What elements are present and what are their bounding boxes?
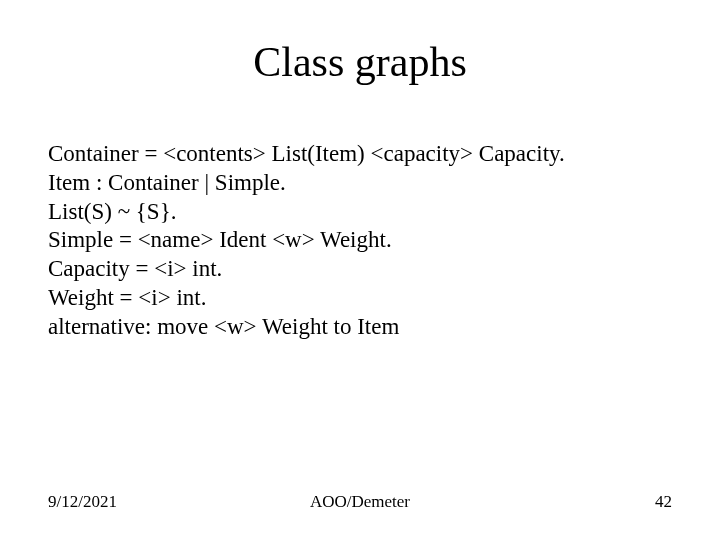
slide: Class graphs Container = <contents> List… [0, 0, 720, 540]
slide-footer: 9/12/2021 AOO/Demeter 42 [48, 492, 672, 512]
footer-center: AOO/Demeter [48, 492, 672, 512]
grammar-line-1: Container = <contents> List(Item) <capac… [48, 140, 672, 169]
alternative-note: alternative: move <w> Weight to Item [48, 313, 672, 342]
slide-title: Class graphs [0, 38, 720, 86]
slide-body: Container = <contents> List(Item) <capac… [48, 140, 672, 341]
footer-date: 9/12/2021 [48, 492, 117, 512]
footer-page-number: 42 [655, 492, 672, 512]
grammar-line-4: Simple = <name> Ident <w> Weight. [48, 226, 672, 255]
grammar-line-2: Item : Container | Simple. [48, 169, 672, 198]
grammar-line-6: Weight = <i> int. [48, 284, 672, 313]
grammar-line-3: List(S) ~ {S}. [48, 198, 672, 227]
grammar-line-5: Capacity = <i> int. [48, 255, 672, 284]
